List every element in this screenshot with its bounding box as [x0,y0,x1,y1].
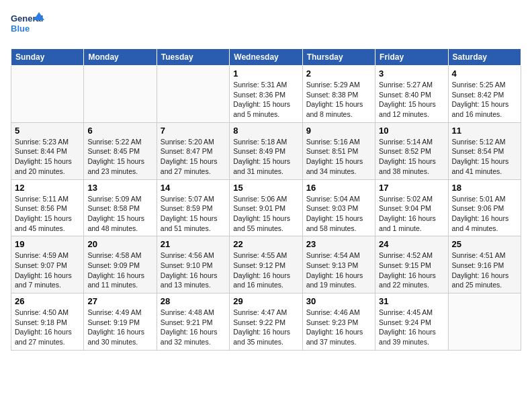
calendar-cell: 27Sunrise: 4:49 AMSunset: 9:19 PMDayligh… [84,293,157,351]
calendar-cell: 10Sunrise: 5:14 AMSunset: 8:52 PMDayligh… [375,122,448,179]
calendar-cell [448,293,521,351]
calendar-cell: 29Sunrise: 4:47 AMSunset: 9:22 PMDayligh… [230,293,302,351]
page-header: General Blue [11,11,521,40]
day-number: 28 [161,296,226,306]
day-number: 24 [379,239,444,249]
day-info: Sunrise: 5:23 AMSunset: 8:44 PMDaylight:… [15,137,80,177]
day-info: Sunrise: 4:47 AMSunset: 9:22 PMDaylight:… [233,308,298,347]
calendar-cell: 11Sunrise: 5:12 AMSunset: 8:54 PMDayligh… [448,122,521,179]
calendar-cell: 25Sunrise: 4:51 AMSunset: 9:16 PMDayligh… [448,236,521,293]
calendar-cell: 4Sunrise: 5:25 AMSunset: 8:42 PMDaylight… [448,66,521,123]
day-info: Sunrise: 4:55 AMSunset: 9:12 PMDaylight:… [233,250,298,290]
calendar-cell: 16Sunrise: 5:04 AMSunset: 9:03 PMDayligh… [302,179,375,236]
calendar-cell [84,66,157,123]
calendar-cell: 14Sunrise: 5:07 AMSunset: 8:59 PMDayligh… [157,179,229,236]
day-info: Sunrise: 5:31 AMSunset: 8:36 PMDaylight:… [233,80,298,120]
week-row-1: 1Sunrise: 5:31 AMSunset: 8:36 PMDaylight… [11,66,521,123]
header-sunday: Sunday [11,49,84,66]
calendar-cell: 17Sunrise: 5:02 AMSunset: 9:04 PMDayligh… [375,179,448,236]
day-info: Sunrise: 5:27 AMSunset: 8:40 PMDaylight:… [379,80,444,120]
calendar-cell: 31Sunrise: 4:45 AMSunset: 9:24 PMDayligh… [375,293,448,351]
calendar-cell: 5Sunrise: 5:23 AMSunset: 8:44 PMDaylight… [11,122,84,179]
day-info: Sunrise: 4:59 AMSunset: 9:07 PMDaylight:… [15,250,80,290]
day-number: 15 [233,183,298,193]
day-info: Sunrise: 5:18 AMSunset: 8:49 PMDaylight:… [233,137,298,177]
day-info: Sunrise: 5:07 AMSunset: 8:59 PMDaylight:… [161,194,226,234]
calendar-cell: 30Sunrise: 4:46 AMSunset: 9:23 PMDayligh… [302,293,375,351]
day-info: Sunrise: 4:48 AMSunset: 9:21 PMDaylight:… [161,308,226,347]
day-number: 3 [379,68,444,79]
day-info: Sunrise: 5:20 AMSunset: 8:47 PMDaylight:… [161,137,226,177]
calendar-cell: 22Sunrise: 4:55 AMSunset: 9:12 PMDayligh… [230,236,302,293]
day-info: Sunrise: 4:58 AMSunset: 9:09 PMDaylight:… [87,250,152,290]
day-number: 25 [452,239,517,249]
week-row-2: 5Sunrise: 5:23 AMSunset: 8:44 PMDaylight… [11,122,521,179]
day-number: 22 [233,239,298,249]
calendar-cell: 3Sunrise: 5:27 AMSunset: 8:40 PMDaylight… [375,66,448,123]
day-number: 31 [379,296,444,306]
day-info: Sunrise: 4:51 AMSunset: 9:16 PMDaylight:… [452,250,517,290]
logo: General Blue [11,11,44,40]
calendar-cell: 7Sunrise: 5:20 AMSunset: 8:47 PMDaylight… [157,122,229,179]
calendar-cell: 18Sunrise: 5:01 AMSunset: 9:06 PMDayligh… [448,179,521,236]
day-number: 2 [306,68,371,79]
calendar-cell: 1Sunrise: 5:31 AMSunset: 8:36 PMDaylight… [230,66,302,123]
week-row-3: 12Sunrise: 5:11 AMSunset: 8:56 PMDayligh… [11,179,521,236]
day-number: 19 [15,239,80,249]
day-info: Sunrise: 5:06 AMSunset: 9:01 PMDaylight:… [233,194,298,234]
day-info: Sunrise: 5:22 AMSunset: 8:45 PMDaylight:… [87,137,152,177]
day-number: 14 [161,183,226,193]
day-number: 18 [452,183,517,193]
week-row-4: 19Sunrise: 4:59 AMSunset: 9:07 PMDayligh… [11,236,521,293]
calendar-cell: 20Sunrise: 4:58 AMSunset: 9:09 PMDayligh… [84,236,157,293]
day-number: 4 [452,68,517,79]
header-monday: Monday [84,49,157,66]
day-number: 10 [379,126,444,136]
day-info: Sunrise: 4:46 AMSunset: 9:23 PMDaylight:… [306,308,371,347]
day-number: 12 [15,183,80,193]
day-info: Sunrise: 5:14 AMSunset: 8:52 PMDaylight:… [379,137,444,177]
day-info: Sunrise: 4:56 AMSunset: 9:10 PMDaylight:… [161,250,226,290]
header-saturday: Saturday [448,49,521,66]
day-number: 16 [306,183,371,193]
day-number: 8 [233,126,298,136]
day-number: 1 [233,68,298,79]
day-info: Sunrise: 5:12 AMSunset: 8:54 PMDaylight:… [452,137,517,177]
day-number: 17 [379,183,444,193]
day-info: Sunrise: 5:04 AMSunset: 9:03 PMDaylight:… [306,194,371,234]
day-number: 7 [161,126,226,136]
day-info: Sunrise: 4:52 AMSunset: 9:15 PMDaylight:… [379,250,444,290]
calendar-table: SundayMondayTuesdayWednesdayThursdayFrid… [11,48,521,351]
day-number: 26 [15,296,80,306]
calendar-cell [157,66,229,123]
day-number: 11 [452,126,517,136]
header-tuesday: Tuesday [157,49,229,66]
day-info: Sunrise: 5:09 AMSunset: 8:58 PMDaylight:… [87,194,152,234]
calendar-cell: 8Sunrise: 5:18 AMSunset: 8:49 PMDaylight… [230,122,302,179]
calendar-cell: 24Sunrise: 4:52 AMSunset: 9:15 PMDayligh… [375,236,448,293]
calendar-cell: 21Sunrise: 4:56 AMSunset: 9:10 PMDayligh… [157,236,229,293]
day-number: 29 [233,296,298,306]
day-info: Sunrise: 5:16 AMSunset: 8:51 PMDaylight:… [306,137,371,177]
calendar-cell: 13Sunrise: 5:09 AMSunset: 8:58 PMDayligh… [84,179,157,236]
day-info: Sunrise: 5:25 AMSunset: 8:42 PMDaylight:… [452,80,517,120]
day-number: 9 [306,126,371,136]
calendar-body: 1Sunrise: 5:31 AMSunset: 8:36 PMDaylight… [11,66,521,351]
day-info: Sunrise: 5:29 AMSunset: 8:38 PMDaylight:… [306,80,371,120]
day-info: Sunrise: 4:50 AMSunset: 9:18 PMDaylight:… [15,308,80,347]
calendar-cell: 23Sunrise: 4:54 AMSunset: 9:13 PMDayligh… [302,236,375,293]
day-number: 30 [306,296,371,306]
day-info: Sunrise: 5:01 AMSunset: 9:06 PMDaylight:… [452,194,517,234]
logo-svg: General Blue [11,11,44,40]
day-number: 21 [161,239,226,249]
calendar-cell: 9Sunrise: 5:16 AMSunset: 8:51 PMDaylight… [302,122,375,179]
calendar-cell: 26Sunrise: 4:50 AMSunset: 9:18 PMDayligh… [11,293,84,351]
calendar-cell [11,66,84,123]
header-wednesday: Wednesday [230,49,302,66]
calendar-cell: 28Sunrise: 4:48 AMSunset: 9:21 PMDayligh… [157,293,229,351]
day-number: 6 [87,126,152,136]
header-thursday: Thursday [302,49,375,66]
calendar-cell: 12Sunrise: 5:11 AMSunset: 8:56 PMDayligh… [11,179,84,236]
week-row-5: 26Sunrise: 4:50 AMSunset: 9:18 PMDayligh… [11,293,521,351]
day-info: Sunrise: 4:49 AMSunset: 9:19 PMDaylight:… [87,308,152,347]
